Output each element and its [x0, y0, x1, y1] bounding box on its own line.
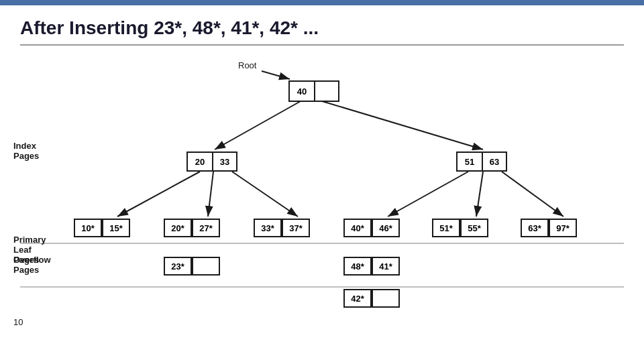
svg-line-1	[262, 71, 290, 79]
page-number: 10	[13, 317, 23, 327]
svg-line-3	[322, 101, 483, 149]
index-label-line1: Index	[13, 141, 36, 151]
overflow-42: 42*	[343, 289, 372, 308]
right-index-cell1: 51	[458, 153, 482, 170]
leaf-46: 46*	[372, 219, 400, 237]
primary-leaf-line1: Primary	[13, 235, 46, 245]
leaf-15: 15*	[102, 219, 130, 237]
leaf-33: 33*	[254, 219, 282, 237]
index-label-line2: Pages	[13, 151, 39, 161]
svg-line-2	[215, 101, 301, 149]
overflow-23: 23*	[164, 257, 192, 276]
svg-line-7	[388, 172, 468, 217]
diagram-area: Root 40 Index Pages 20 33 51 63 Primary …	[0, 46, 644, 334]
right-index-node: 51 63	[456, 152, 507, 172]
svg-line-5	[208, 172, 213, 217]
overflow-label-line2: Pages	[13, 265, 39, 275]
overflow-label-line1: Overflow	[13, 255, 51, 265]
root-label: Root	[238, 60, 256, 70]
svg-line-9	[502, 172, 564, 217]
right-index-cell2: 63	[482, 153, 506, 170]
leaf-51: 51*	[432, 219, 460, 237]
left-index-cell1: 20	[188, 153, 212, 170]
leaf-37: 37*	[282, 219, 310, 237]
svg-line-8	[476, 172, 483, 217]
overflow-48: 48*	[343, 257, 372, 276]
svg-line-6	[232, 172, 298, 217]
svg-line-4	[117, 172, 200, 217]
overflow-23-empty	[192, 257, 220, 276]
root-node: 40	[288, 80, 339, 102]
leaf-63: 63*	[521, 219, 549, 237]
overflow-label: Overflow Pages	[13, 255, 51, 275]
leaf-40: 40*	[343, 219, 372, 237]
primary-leaf-line2: Leaf	[13, 245, 32, 255]
left-index-cell2: 33	[212, 153, 236, 170]
leaf-27: 27*	[192, 219, 220, 237]
left-index-node: 20 33	[186, 152, 237, 172]
overflow-41: 41*	[372, 257, 400, 276]
leaf-20: 20*	[164, 219, 192, 237]
leaf-10: 10*	[74, 219, 102, 237]
index-label: Index Pages	[13, 141, 39, 161]
page-title: After Inserting 23*, 48*, 41*, 42* ...	[0, 5, 644, 44]
leaf-55: 55*	[460, 219, 488, 237]
root-value: 40	[290, 82, 314, 101]
top-bar	[0, 0, 644, 5]
overflow-42-empty	[372, 289, 400, 308]
root-empty	[314, 82, 338, 101]
leaf-97: 97*	[549, 219, 577, 237]
